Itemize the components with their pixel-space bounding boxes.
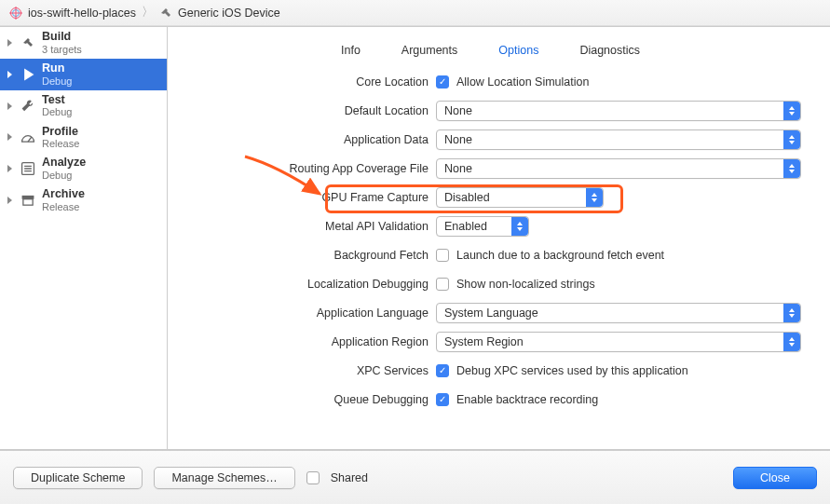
app-region-popup[interactable]: System Region [436, 332, 801, 352]
popup-value: Enabled [444, 220, 487, 233]
button-label: Duplicate Scheme [31, 471, 125, 484]
side-build[interactable]: Build 3 targets [0, 27, 167, 59]
side-item-title: Archive [42, 188, 85, 201]
wrench-icon [20, 98, 36, 115]
button-label: Close [760, 471, 790, 484]
app-data-label: Application Data [168, 133, 429, 146]
popup-arrows-icon [586, 188, 603, 207]
side-item-text: Build 3 targets [42, 31, 82, 55]
popup-arrows-icon [783, 333, 800, 351]
popup-arrows-icon [783, 304, 800, 322]
app-region-label: Application Region [168, 335, 429, 348]
disclosure-icon [7, 102, 12, 110]
side-item-text: Test Debug [42, 94, 72, 118]
gpu-frame-capture-label: GPU Frame Capture [168, 191, 429, 204]
hammer-icon [20, 34, 36, 51]
default-location-popup[interactable]: None [436, 101, 801, 121]
bg-fetch-checkbox[interactable] [436, 249, 449, 262]
loc-debug-text: Show non-localized strings [456, 278, 595, 291]
popup-value: System Language [444, 306, 538, 320]
breadcrumb-device[interactable]: Generic iOS Device [178, 7, 280, 20]
svg-marker-4 [24, 68, 34, 80]
xpc-checkbox[interactable] [436, 364, 449, 377]
side-item-text: Archive Release [42, 188, 85, 212]
loc-debug-label: Localization Debugging [168, 278, 429, 291]
app-lang-label: Application Language [168, 306, 429, 320]
xcode-scheme-editor: ios-swift-hello-places 〉 Generic iOS Dev… [0, 0, 830, 504]
allow-location-text: Allow Location Simulation [456, 75, 589, 89]
popup-arrows-icon [511, 217, 528, 236]
app-target-icon [9, 7, 22, 20]
side-item-sub: Debug [42, 75, 72, 87]
side-item-title: Run [42, 62, 72, 75]
queue-text: Enable backtrace recording [456, 393, 598, 406]
shared-checkbox[interactable] [306, 471, 320, 484]
bottom-bar: Duplicate Scheme Manage Schemes… Shared … [0, 450, 830, 504]
routing-file-popup[interactable]: None [436, 158, 801, 179]
allow-location-checkbox[interactable] [436, 75, 449, 89]
queue-label: Queue Debugging [168, 393, 429, 406]
button-label: Manage Schemes… [171, 471, 277, 484]
tab-info[interactable]: Info [341, 44, 361, 57]
app-lang-popup[interactable]: System Language [436, 303, 801, 323]
disclosure-icon [7, 71, 12, 78]
tab-options[interactable]: Options [498, 44, 538, 57]
default-location-label: Default Location [168, 104, 429, 117]
popup-value: Disabled [444, 191, 490, 204]
routing-file-label: Routing App Coverage File [168, 162, 429, 175]
svg-rect-8 [23, 199, 33, 205]
manage-schemes-button[interactable]: Manage Schemes… [154, 467, 294, 489]
metal-validation-popup[interactable]: Enabled [436, 216, 529, 237]
side-item-sub: Release [42, 138, 79, 149]
tab-arguments[interactable]: Arguments [401, 44, 457, 57]
scheme-action-list: Build 3 targets Run Debug Test Debug [0, 27, 168, 449]
bg-fetch-label: Background Fetch [168, 249, 429, 262]
svg-line-5 [28, 137, 32, 142]
queue-checkbox[interactable] [436, 393, 449, 406]
checklist-icon [20, 160, 36, 177]
side-profile[interactable]: Profile Release [0, 122, 167, 154]
side-archive[interactable]: Archive Release [0, 184, 167, 216]
chevron-right-icon: 〉 [142, 5, 154, 20]
main-split: Build 3 targets Run Debug Test Debug [0, 26, 830, 450]
side-item-text: Analyze Debug [42, 157, 86, 181]
popup-value: None [444, 162, 472, 175]
close-button[interactable]: Close [733, 467, 817, 489]
hammer-icon [159, 7, 172, 20]
core-location-label: Core Location [168, 75, 429, 89]
options-pane: Info Arguments Options Diagnostics Core … [168, 27, 830, 449]
side-item-title: Test [42, 94, 72, 107]
bg-fetch-text: Launch due to a background fetch event [456, 249, 664, 262]
popup-arrows-icon [783, 102, 800, 120]
popup-arrows-icon [783, 130, 800, 149]
side-item-title: Analyze [42, 157, 86, 170]
side-item-sub: Debug [42, 170, 86, 181]
gpu-frame-capture-popup[interactable]: Disabled [436, 187, 604, 208]
app-data-popup[interactable]: None [436, 129, 801, 150]
popup-value: None [444, 104, 472, 117]
side-analyze[interactable]: Analyze Debug [0, 153, 167, 184]
play-icon [20, 66, 36, 83]
detail-tabs: Info Arguments Options Diagnostics [168, 44, 813, 57]
side-item-sub: Debug [42, 106, 72, 117]
tab-diagnostics[interactable]: Diagnostics [579, 44, 640, 57]
archive-icon [20, 192, 36, 209]
gauge-icon [20, 129, 36, 145]
breadcrumb: ios-swift-hello-places 〉 Generic iOS Dev… [0, 0, 830, 26]
popup-arrows-icon [783, 159, 800, 178]
popup-value: System Region [444, 335, 524, 348]
duplicate-scheme-button[interactable]: Duplicate Scheme [13, 467, 143, 489]
loc-debug-checkbox[interactable] [436, 278, 449, 291]
side-run[interactable]: Run Debug [0, 59, 167, 90]
side-test[interactable]: Test Debug [0, 90, 167, 122]
side-item-text: Run Debug [42, 62, 72, 87]
disclosure-icon [7, 133, 12, 141]
side-item-text: Profile Release [42, 126, 79, 150]
side-item-sub: 3 targets [42, 44, 82, 55]
breadcrumb-project[interactable]: ios-swift-hello-places [28, 7, 136, 20]
popup-value: None [444, 133, 472, 146]
disclosure-icon [7, 165, 12, 172]
disclosure-icon [7, 39, 12, 47]
side-item-sub: Release [42, 201, 85, 212]
side-item-title: Build [42, 31, 82, 44]
